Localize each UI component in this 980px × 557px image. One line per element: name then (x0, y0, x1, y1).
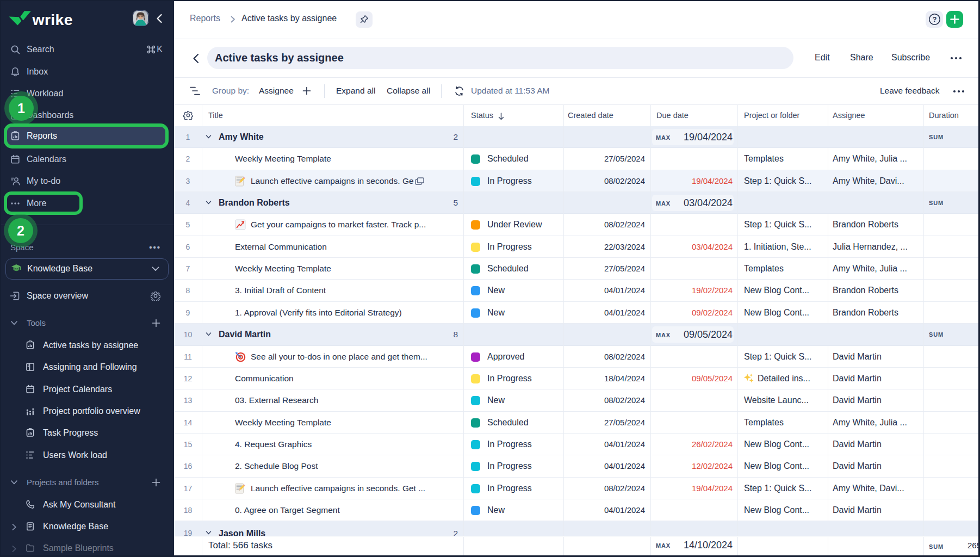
svg-text:wrike: wrike (32, 11, 73, 28)
